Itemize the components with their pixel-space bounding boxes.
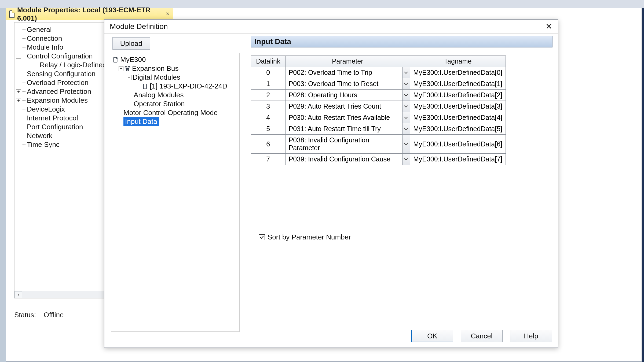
tree-node-input-data[interactable]: Input Data bbox=[113, 117, 238, 126]
section-header: Input Data bbox=[251, 36, 552, 47]
category-tree-label: Overload Protection bbox=[27, 78, 89, 87]
cell-tagname: MyE300:I.UserDefinedData[3] bbox=[410, 101, 506, 112]
cell-parameter[interactable]: P028: Operating Hours bbox=[285, 90, 410, 101]
category-tree-label: General bbox=[27, 25, 52, 34]
cell-tagname: MyE300:I.UserDefinedData[2] bbox=[410, 90, 506, 101]
category-tree-item[interactable]: Sensing Configuration bbox=[16, 69, 107, 78]
category-tree-item[interactable]: Internet Protocol bbox=[16, 114, 107, 123]
parameter-value: P028: Operating Hours bbox=[289, 91, 357, 99]
chevron-down-icon[interactable] bbox=[402, 67, 410, 78]
chevron-down-icon[interactable] bbox=[402, 90, 410, 101]
chevron-down-icon[interactable] bbox=[402, 123, 410, 134]
col-header-tagname[interactable]: Tagname bbox=[410, 56, 506, 67]
chevron-down-icon[interactable] bbox=[402, 154, 410, 165]
cell-parameter[interactable]: P002: Overload Time to Trip bbox=[285, 67, 410, 78]
category-tree-label: Connection bbox=[27, 34, 62, 43]
category-tree-label: Control Configuration bbox=[27, 52, 93, 61]
cell-datalink: 7 bbox=[251, 154, 286, 165]
module-properties-tab[interactable]: Module Properties: Local (193-ECM-ETR 6.… bbox=[6, 8, 173, 20]
module-icon bbox=[142, 83, 148, 89]
category-tree-item[interactable]: +Advanced Protection bbox=[16, 87, 107, 96]
table-row: 2P028: Operating HoursMyE300:I.UserDefin… bbox=[251, 90, 506, 101]
category-tree-item[interactable]: −Control Configuration bbox=[16, 52, 107, 61]
expand-icon[interactable]: + bbox=[16, 98, 21, 103]
sort-checkbox[interactable] bbox=[259, 234, 265, 240]
chevron-down-icon[interactable] bbox=[402, 101, 410, 112]
cell-parameter[interactable]: P030: Auto Restart Tries Available bbox=[285, 112, 410, 123]
cell-datalink: 5 bbox=[251, 123, 286, 135]
document-icon bbox=[9, 10, 14, 18]
cell-parameter[interactable]: P003: Overload Time to Reset bbox=[285, 78, 410, 90]
table-row: 5P031: Auto Restart Time till TryMyE300:… bbox=[251, 123, 506, 135]
svg-rect-4 bbox=[144, 84, 147, 88]
tree-node-label: Digital Modules bbox=[133, 73, 180, 82]
status-label: Status: bbox=[14, 311, 36, 319]
cell-tagname: MyE300:I.UserDefinedData[6] bbox=[410, 135, 506, 154]
scroll-left-icon[interactable]: ‹ bbox=[14, 291, 22, 298]
cell-datalink: 6 bbox=[251, 135, 286, 154]
checkmark-icon bbox=[260, 235, 264, 239]
cell-parameter[interactable]: P031: Auto Restart Time till Try bbox=[285, 123, 410, 135]
status-value: Offline bbox=[44, 311, 64, 319]
tree-node-analog-modules[interactable]: Analog Modules bbox=[113, 91, 238, 99]
close-tab-icon[interactable]: × bbox=[165, 11, 170, 17]
tree-node-mcom[interactable]: Motor Control Operating Mode bbox=[113, 108, 238, 117]
cell-parameter[interactable]: P039: Invalid Configuration Cause bbox=[285, 154, 410, 165]
parameter-value: P038: Invalid Configuration Parameter bbox=[289, 136, 369, 152]
sort-checkbox-row[interactable]: Sort by Parameter Number bbox=[259, 233, 351, 241]
tree-node-label: Motor Control Operating Mode bbox=[123, 108, 218, 117]
content-panel: Input Data Datalink Parameter Tagname 0P… bbox=[251, 36, 552, 318]
chevron-down-icon[interactable] bbox=[402, 78, 410, 89]
cell-datalink: 0 bbox=[251, 67, 286, 78]
chevron-down-icon[interactable] bbox=[402, 112, 410, 123]
category-tree-item[interactable]: Module Info bbox=[16, 43, 107, 52]
category-tree-label: Module Info bbox=[27, 43, 63, 52]
category-tree-item[interactable]: Time Sync bbox=[16, 140, 107, 149]
cell-parameter[interactable]: P029: Auto Restart Tries Count bbox=[285, 101, 410, 112]
category-tree-item[interactable]: Network bbox=[16, 131, 107, 140]
table-row: 1P003: Overload Time to ResetMyE300:I.Us… bbox=[251, 78, 506, 90]
cell-tagname: MyE300:I.UserDefinedData[4] bbox=[410, 112, 506, 123]
cell-tagname: MyE300:I.UserDefinedData[5] bbox=[410, 123, 506, 135]
tree-node-mye300[interactable]: MyE300 bbox=[113, 55, 238, 64]
tree-node-expansion-bus[interactable]: − Expansion Bus bbox=[113, 64, 238, 73]
collapse-icon[interactable]: − bbox=[119, 66, 123, 71]
horizontal-scrollbar[interactable]: ‹ bbox=[14, 291, 108, 298]
cell-datalink: 3 bbox=[251, 101, 286, 112]
help-button[interactable]: Help bbox=[510, 330, 552, 342]
dialog-titlebar: Module Definition ✕ bbox=[104, 20, 558, 34]
module-definition-dialog: Module Definition ✕ Upload MyE300 − bbox=[104, 19, 558, 348]
close-icon[interactable]: ✕ bbox=[543, 21, 554, 32]
bus-icon bbox=[125, 66, 130, 72]
category-tree-item[interactable]: DeviceLogix bbox=[16, 105, 107, 114]
svg-rect-2 bbox=[128, 66, 130, 68]
category-tree-item[interactable]: Relay / Logic-Defined bbox=[16, 61, 107, 69]
tree-node-digital-child[interactable]: [1] 193-EXP-DIO-42-24D bbox=[113, 82, 238, 91]
cell-datalink: 1 bbox=[251, 78, 286, 90]
upload-button[interactable]: Upload bbox=[112, 37, 150, 50]
category-tree-item[interactable]: Connection bbox=[16, 34, 107, 43]
table-row: 6P038: Invalid Configuration ParameterMy… bbox=[251, 135, 506, 154]
section-header-label: Input Data bbox=[254, 37, 291, 46]
category-tree-item[interactable]: Overload Protection bbox=[16, 78, 107, 87]
tree-node-digital-modules[interactable]: − Digital Modules bbox=[113, 73, 238, 82]
category-tree-item[interactable]: Port Configuration bbox=[16, 123, 107, 131]
expand-icon[interactable]: + bbox=[16, 89, 21, 94]
tree-node-label: Analog Modules bbox=[134, 91, 184, 99]
tree-node-label: Operator Station bbox=[134, 99, 185, 108]
collapse-icon[interactable]: − bbox=[16, 54, 21, 59]
tree-node-operator-station[interactable]: Operator Station bbox=[113, 99, 238, 108]
col-header-parameter[interactable]: Parameter bbox=[285, 56, 410, 67]
cancel-button[interactable]: Cancel bbox=[461, 330, 503, 342]
parameter-value: P029: Auto Restart Tries Count bbox=[289, 102, 381, 110]
tree-node-label: [1] 193-EXP-DIO-42-24D bbox=[150, 82, 227, 91]
collapse-icon[interactable]: − bbox=[127, 75, 131, 80]
category-tree: GeneralConnectionModule Info−Control Con… bbox=[14, 22, 109, 298]
category-tree-item[interactable]: +Expansion Modules bbox=[16, 96, 107, 105]
parameter-value: P031: Auto Restart Time till Try bbox=[289, 125, 381, 132]
cell-parameter[interactable]: P038: Invalid Configuration Parameter bbox=[285, 135, 410, 154]
chevron-down-icon[interactable] bbox=[402, 135, 410, 153]
col-header-datalink[interactable]: Datalink bbox=[251, 56, 286, 67]
category-tree-item[interactable]: General bbox=[16, 25, 107, 34]
ok-button[interactable]: OK bbox=[411, 330, 453, 342]
